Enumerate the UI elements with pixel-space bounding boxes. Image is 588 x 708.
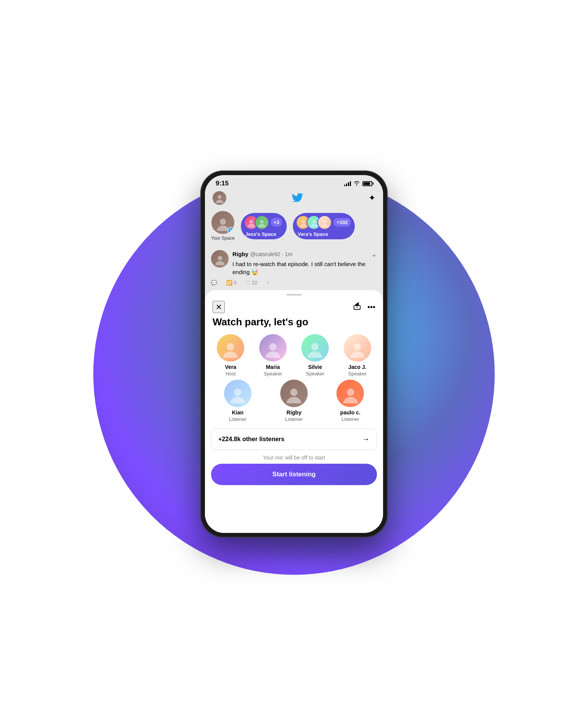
- svg-point-12: [354, 343, 361, 351]
- maria-role: Speaker: [264, 371, 282, 377]
- vera-space-count: +102: [333, 218, 351, 227]
- sheet-title: Watch party, let's go: [205, 315, 383, 334]
- vera-space-avatars: +102: [296, 215, 351, 230]
- jaco-name: Jaco J.: [348, 364, 366, 370]
- signal-icon: [344, 181, 351, 186]
- reply-icon[interactable]: 💬: [211, 280, 217, 286]
- tweet-avatar: [211, 250, 229, 268]
- listeners-grid: Kian Listener Rigby Listener: [205, 377, 383, 422]
- svg-point-6: [323, 220, 326, 224]
- rigby-role: Listener: [285, 416, 303, 422]
- participants-grid: Vera Host Maria Speaker: [205, 334, 383, 377]
- sheet-action-buttons: •••: [353, 302, 375, 312]
- your-space-item[interactable]: + Your Space: [211, 211, 235, 241]
- other-listeners-box[interactable]: +224.8k other listeners →: [211, 428, 377, 450]
- svg-point-11: [312, 343, 319, 351]
- like-icon[interactable]: ♡ 22: [246, 280, 257, 286]
- svg-point-5: [312, 220, 316, 224]
- jaco-role: Speaker: [348, 371, 367, 377]
- status-time: 9:15: [216, 180, 229, 187]
- maria-name: Maria: [266, 364, 280, 370]
- user-avatar[interactable]: [213, 191, 226, 205]
- tweet-handle: @catsrule92: [250, 251, 280, 257]
- svg-point-9: [227, 343, 234, 351]
- twitter-header: ✦: [205, 190, 383, 208]
- paulo-avatar: [336, 380, 364, 407]
- kian-avatar: [224, 380, 252, 407]
- other-listeners-text: +224.8k other listeners: [218, 436, 284, 443]
- rigby-avatar: [280, 380, 308, 407]
- vera-role: Host: [226, 371, 236, 377]
- jess-space-label: Jess's Space: [244, 231, 278, 237]
- vera-space-pill[interactable]: +102 Vera's Space: [293, 213, 354, 239]
- tweet-expand-icon[interactable]: ⌄: [371, 250, 377, 258]
- tweet-content: Rigby @catsrule92 · 1m ⌄ I had to re-wat…: [232, 250, 377, 276]
- rigby-name: Rigby: [287, 409, 302, 416]
- kian-name: Kian: [232, 409, 243, 416]
- your-space-label: Your Space: [211, 235, 235, 241]
- sheet-header: ✕ •••: [205, 298, 383, 315]
- tweet-time: · 1m: [282, 251, 292, 257]
- retweet-icon[interactable]: 🔁 5: [226, 280, 237, 286]
- tweet-card: Rigby @catsrule92 · 1m ⌄ I had to re-wat…: [205, 245, 383, 290]
- paulo-name: paulo c.: [340, 409, 361, 416]
- vera-avatar-3: [317, 215, 332, 230]
- participant-silvie[interactable]: Silvie Speaker: [295, 334, 336, 377]
- mic-notice: Your mic will be off to start: [205, 450, 383, 464]
- vera-space-label: Vera's Space: [296, 231, 330, 237]
- your-space-avatar: +: [211, 211, 234, 234]
- participant-paulo[interactable]: paulo c. Listener: [323, 380, 378, 422]
- tweet-author: Rigby: [232, 251, 249, 257]
- sheet-handle: [286, 294, 302, 296]
- svg-point-3: [260, 220, 263, 224]
- jess-space-count: +3: [271, 218, 283, 227]
- scene: 9:15: [0, 0, 588, 708]
- kian-role: Listener: [229, 416, 247, 422]
- svg-point-1: [220, 219, 226, 225]
- jaco-participant-avatar: [344, 334, 371, 362]
- vera-participant-avatar: [217, 334, 244, 362]
- wifi-icon: [353, 180, 360, 187]
- silvie-participant-avatar: [301, 334, 329, 362]
- your-space-plus-icon: +: [227, 227, 234, 234]
- bottom-sheet: ✕ ••• Watch party, let's: [205, 290, 383, 533]
- status-bar: 9:15: [205, 175, 383, 190]
- jess-space-pill[interactable]: +3 Jess's Space: [241, 213, 287, 239]
- participant-jaco[interactable]: Jaco J. Speaker: [337, 334, 378, 377]
- arrow-right-icon: →: [362, 435, 370, 443]
- vera-name: Vera: [225, 364, 236, 370]
- tweet-header: Rigby @catsrule92 · 1m ⌄: [232, 250, 377, 258]
- close-button[interactable]: ✕: [213, 301, 225, 313]
- tweet-text: I had to re-watch that episode. I still …: [232, 260, 377, 276]
- silvie-name: Silvie: [308, 364, 322, 370]
- jess-avatar-1: [244, 215, 258, 230]
- tweet-actions: 💬 🔁 5 ♡ 22 ↑: [211, 280, 377, 286]
- silvie-role: Speaker: [306, 371, 324, 377]
- svg-point-7: [218, 256, 222, 260]
- twitter-logo: [292, 192, 303, 205]
- participant-vera[interactable]: Vera Host: [210, 334, 251, 377]
- maria-participant-avatar: [259, 334, 287, 362]
- sparkle-icon[interactable]: ✦: [369, 193, 375, 203]
- more-button[interactable]: •••: [367, 303, 375, 312]
- status-icons: [344, 180, 372, 187]
- paulo-role: Listener: [341, 416, 359, 422]
- participant-kian[interactable]: Kian Listener: [210, 380, 265, 422]
- battery-icon: [362, 181, 372, 186]
- start-listening-button[interactable]: Start listening: [211, 464, 377, 485]
- share-button[interactable]: [353, 302, 361, 312]
- spaces-bar: + Your Space +3 Jess's Sp: [205, 208, 383, 245]
- jess-avatar-2: [255, 215, 269, 230]
- svg-point-15: [347, 389, 354, 396]
- svg-point-0: [218, 195, 221, 199]
- svg-point-10: [269, 343, 276, 351]
- share-icon[interactable]: ↑: [266, 280, 269, 286]
- jess-space-avatars: +3: [244, 215, 283, 230]
- svg-point-14: [290, 389, 297, 396]
- participant-maria[interactable]: Maria Speaker: [253, 334, 294, 377]
- svg-point-4: [302, 220, 305, 224]
- svg-point-2: [249, 220, 253, 224]
- participant-rigby[interactable]: Rigby Listener: [266, 380, 321, 422]
- phone-shell: 9:15: [200, 171, 388, 537]
- svg-point-13: [234, 389, 241, 396]
